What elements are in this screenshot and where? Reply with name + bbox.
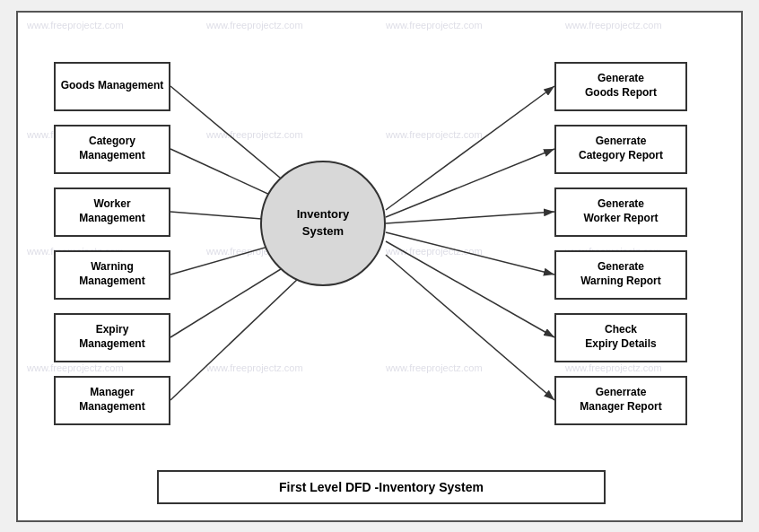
watermark: www.freeprojectz.com: [206, 362, 303, 373]
watermark: www.freeprojectz.com: [565, 362, 662, 373]
watermark: www.freeprojectz.com: [27, 20, 124, 31]
worker-management-box: WorkerManagement: [54, 188, 170, 237]
generate-warning-report-box: GenerateWarning Report: [554, 250, 687, 300]
category-management-box: CategoryManagement: [54, 125, 170, 174]
svg-line-8: [386, 149, 554, 217]
watermark: www.freeprojectz.com: [386, 129, 483, 140]
goods-management-box: Goods Management: [54, 62, 170, 111]
watermark: www.freeprojectz.com: [206, 20, 303, 31]
warning-management-box: WarningManagement: [54, 250, 170, 300]
generate-worker-report-box: GenerateWorker Report: [554, 188, 687, 237]
inventory-system-circle: InventorySystem: [260, 161, 386, 286]
svg-line-7: [386, 86, 554, 210]
diagram-title: First Level DFD -Inventory System: [157, 470, 606, 504]
watermark: www.freeprojectz.com: [386, 362, 483, 373]
watermark: www.freeprojectz.com: [386, 20, 483, 31]
expiry-management-box: ExpiryManagement: [54, 313, 170, 362]
watermark: www.freeprojectz.com: [565, 20, 662, 31]
svg-line-9: [386, 212, 554, 223]
svg-line-12: [386, 255, 554, 400]
watermark: www.freeprojectz.com: [386, 246, 483, 257]
svg-line-11: [386, 241, 554, 337]
manager-management-box: ManagerManagement: [54, 376, 170, 425]
generate-category-report-box: GenerrateCategory Report: [554, 125, 687, 174]
watermark: www.freeprojectz.com: [27, 362, 124, 373]
svg-line-10: [386, 232, 554, 275]
diagram-container: www.freeprojectz.com www.freeprojectz.co…: [16, 11, 743, 522]
generate-manager-report-box: GenerrateManager Report: [554, 376, 687, 425]
watermark: www.freeprojectz.com: [206, 129, 303, 140]
generate-goods-report-box: GenerateGoods Report: [554, 62, 687, 111]
check-expiry-details-box: CheckExpiry Details: [554, 313, 687, 362]
